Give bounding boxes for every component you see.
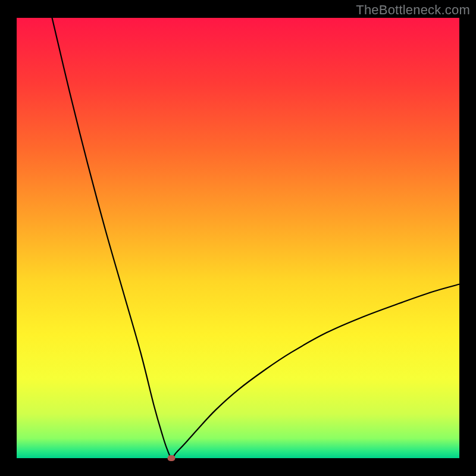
plot-area — [17, 18, 459, 458]
plot-svg — [17, 18, 459, 458]
minimum-marker — [168, 455, 176, 461]
watermark-text: TheBottleneck.com — [356, 2, 470, 18]
chart-stage: TheBottleneck.com — [0, 0, 476, 476]
gradient-background — [17, 18, 459, 458]
